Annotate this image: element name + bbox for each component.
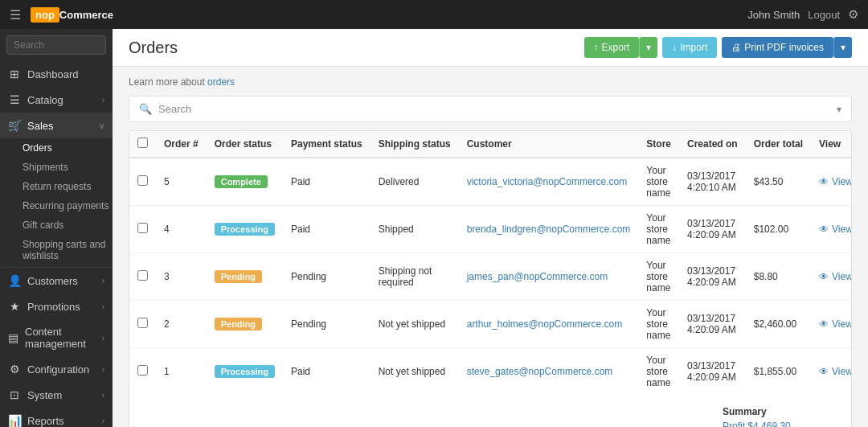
pdf-dropdown-button[interactable]: ▾ bbox=[833, 37, 852, 58]
customers-icon: 👤 bbox=[8, 274, 21, 287]
order-total-cell: $102.00 bbox=[746, 206, 811, 253]
order-total-cell: $2,460.00 bbox=[746, 301, 811, 348]
store-cell: Your store name bbox=[638, 206, 679, 253]
sidebar-item-customers[interactable]: 👤 Customers › bbox=[0, 267, 113, 294]
sidebar-item-content-management[interactable]: ▤ Content management › bbox=[0, 319, 113, 356]
table-row: 2 Pending Pending Not yet shipped arthur… bbox=[129, 301, 852, 348]
view-button[interactable]: 👁 View bbox=[819, 366, 852, 377]
sidebar-search-input[interactable] bbox=[6, 35, 106, 55]
username: John Smith bbox=[747, 9, 800, 21]
search-bar[interactable]: 🔍 Search ▾ bbox=[129, 96, 852, 122]
row-checkbox[interactable] bbox=[137, 318, 148, 328]
created-on-cell: 03/13/2017 4:20:09 AM bbox=[679, 348, 746, 396]
customer-cell: steve_gates@nopCommerce.com bbox=[459, 348, 639, 396]
customer-cell: brenda_lindgren@nopCommerce.com bbox=[459, 206, 639, 253]
col-order-status: Order status bbox=[207, 131, 283, 158]
view-button[interactable]: 👁 View bbox=[819, 271, 852, 282]
sales-icon: 🛒 bbox=[8, 119, 21, 132]
customer-link[interactable]: brenda_lindgren@nopCommerce.com bbox=[467, 224, 631, 235]
sidebar-item-configuration[interactable]: ⚙ Configuration › bbox=[0, 356, 113, 382]
sidebar-item-promotions[interactable]: ★ Promotions › bbox=[0, 294, 113, 319]
row-checkbox[interactable] bbox=[137, 270, 148, 281]
row-checkbox-cell bbox=[129, 206, 156, 253]
sidebar-item-label: Sales bbox=[27, 120, 54, 132]
payment-status-cell: Pending bbox=[283, 301, 371, 348]
view-cell: 👁 View bbox=[811, 301, 852, 348]
table-row: 4 Processing Paid Shipped brenda_lindgre… bbox=[129, 206, 852, 253]
content-icon: ▤ bbox=[8, 331, 18, 344]
search-chevron-icon[interactable]: ▾ bbox=[837, 104, 841, 115]
sidebar-item-return-requests[interactable]: Return requests bbox=[0, 177, 113, 196]
orders-link[interactable]: orders bbox=[207, 76, 235, 88]
view-button[interactable]: 👁 View bbox=[819, 224, 852, 235]
view-button[interactable]: 👁 View bbox=[819, 318, 852, 330]
table-row: 1 Processing Paid Not yet shipped steve_… bbox=[129, 348, 852, 396]
summary-title: Summary bbox=[723, 406, 835, 417]
catalog-icon: ☰ bbox=[8, 93, 21, 106]
export-dropdown-button[interactable]: ▾ bbox=[639, 37, 657, 58]
customer-link[interactable]: arthur_holmes@nopCommerce.com bbox=[467, 318, 623, 330]
sidebar-item-label: Promotions bbox=[27, 301, 80, 313]
order-num-cell: 5 bbox=[156, 158, 207, 206]
row-checkbox[interactable] bbox=[137, 223, 148, 233]
created-on-cell: 03/13/2017 4:20:09 AM bbox=[679, 253, 746, 301]
learn-more-text: Learn more about orders bbox=[129, 76, 852, 88]
view-cell: 👁 View bbox=[811, 348, 852, 396]
top-nav: ☰ nop Commerce John Smith Logout ⚙ bbox=[0, 0, 868, 29]
sidebar-item-label: System bbox=[27, 389, 62, 401]
col-payment-status: Payment status bbox=[283, 131, 371, 158]
table-header-row: Order # Order status Payment status Ship… bbox=[129, 131, 852, 158]
chevron-right-icon: › bbox=[102, 302, 104, 311]
payment-status-cell: Paid bbox=[283, 206, 371, 253]
sidebar-item-system[interactable]: ⊡ System › bbox=[0, 382, 113, 408]
sidebar-item-gift-cards[interactable]: Gift cards bbox=[0, 216, 113, 235]
customer-link[interactable]: victoria_victoria@nopCommerce.com bbox=[467, 176, 628, 187]
order-status-cell: Complete bbox=[207, 158, 283, 206]
sidebar-item-dashboard[interactable]: ⊞ Dashboard bbox=[0, 61, 113, 87]
sidebar-item-reports[interactable]: 📊 Reports › bbox=[0, 408, 113, 427]
sidebar-item-catalog[interactable]: ☰ Catalog › bbox=[0, 87, 113, 113]
sidebar-item-recurring-payments[interactable]: Recurring payments bbox=[0, 196, 113, 216]
chevron-right-icon: › bbox=[102, 365, 104, 374]
sidebar-item-orders[interactable]: Orders bbox=[0, 138, 113, 158]
col-view: View bbox=[811, 131, 852, 158]
customer-cell: james_pan@nopCommerce.com bbox=[459, 253, 639, 301]
col-customer: Customer bbox=[459, 131, 639, 158]
customer-cell: victoria_victoria@nopCommerce.com bbox=[459, 158, 639, 206]
sidebar-item-sales[interactable]: 🛒 Sales ∨ bbox=[0, 113, 113, 138]
import-button[interactable]: ↓ Import bbox=[662, 37, 717, 58]
chevron-right-icon: › bbox=[102, 417, 104, 425]
hamburger-icon[interactable]: ☰ bbox=[10, 7, 21, 23]
customer-link[interactable]: steve_gates@nopCommerce.com bbox=[467, 366, 613, 377]
summary-box: Summary Profit $4,469.30 Shipping $0.00 … bbox=[714, 400, 843, 427]
chevron-right-icon: › bbox=[102, 334, 104, 343]
payment-status-cell: Paid bbox=[283, 158, 371, 206]
eye-icon: 👁 bbox=[819, 176, 829, 187]
row-checkbox[interactable] bbox=[137, 365, 148, 376]
eye-icon: 👁 bbox=[819, 318, 829, 330]
chevron-right-icon: › bbox=[102, 277, 104, 285]
logo: nop Commerce bbox=[31, 7, 113, 23]
shipping-status-cell: Shipping not required bbox=[371, 253, 459, 301]
view-button[interactable]: 👁 View bbox=[819, 176, 852, 187]
print-pdf-button[interactable]: 🖨 Print PDF invoices bbox=[722, 37, 833, 58]
customer-cell: arthur_holmes@nopCommerce.com bbox=[459, 301, 639, 348]
eye-icon: 👁 bbox=[819, 271, 829, 282]
sidebar-item-shipments[interactable]: Shipments bbox=[0, 158, 113, 177]
customer-link[interactable]: james_pan@nopCommerce.com bbox=[467, 271, 608, 282]
sidebar-item-label: Content management bbox=[25, 326, 96, 350]
gear-icon[interactable]: ⚙ bbox=[848, 7, 858, 22]
col-order-total: Order total bbox=[746, 131, 811, 158]
col-store: Store bbox=[638, 131, 679, 158]
row-checkbox[interactable] bbox=[137, 175, 148, 186]
logout-button[interactable]: Logout bbox=[808, 9, 840, 21]
payment-status-cell: Paid bbox=[283, 348, 371, 396]
sidebar-item-shopping-carts[interactable]: Shopping carts and wishlists bbox=[0, 235, 113, 265]
select-all-checkbox[interactable] bbox=[137, 138, 148, 148]
shipping-status-cell: Shipped bbox=[371, 206, 459, 253]
store-cell: Your store name bbox=[638, 158, 679, 206]
sidebar-item-label: Customers bbox=[27, 275, 78, 287]
export-button[interactable]: ↑ Export bbox=[584, 37, 640, 58]
order-status-cell: Processing bbox=[207, 206, 283, 253]
created-on-cell: 03/13/2017 4:20:10 AM bbox=[679, 158, 746, 206]
